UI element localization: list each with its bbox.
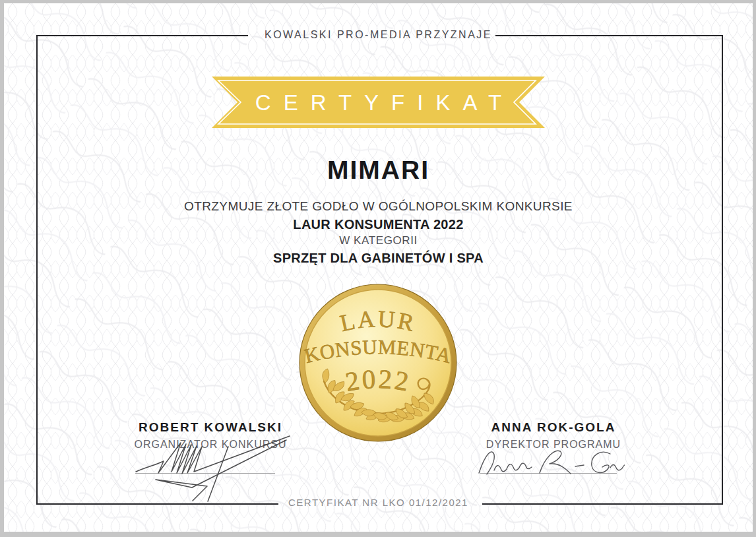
issuer-line: KOWALSKI PRO-MEDIA PRZYZNAJE [4, 29, 753, 41]
certificate-screenshot: KOWALSKI PRO-MEDIA PRZYZNAJE CERTYFIKAT … [0, 0, 756, 537]
signature-scribble-right [476, 444, 625, 491]
signer-name-right: ANNA ROK-GOLA [445, 420, 662, 435]
frame-left [36, 35, 38, 505]
frame-right [722, 35, 723, 505]
award-name: LAUR KONSUMENTA 2022 [4, 217, 753, 232]
certificate-page: KOWALSKI PRO-MEDIA PRZYZNAJE CERTYFIKAT … [4, 3, 753, 532]
recipient-name: MIMARI [4, 156, 753, 185]
gold-medal: LAUR KONSUMENTA 2022 [299, 282, 457, 447]
certificate-number: CERTYFIKAT NR LKO 01/12/2021 [4, 497, 753, 508]
statement-line2: W KATEGORII [4, 234, 753, 247]
signature-scribble-left [129, 424, 299, 505]
ribbon-banner: CERTYFIKAT [212, 77, 545, 128]
certificate-title: CERTYFIKAT [212, 77, 545, 128]
statement-line1: OTRZYMUJE ZŁOTE GODŁO W OGÓLNOPOLSKIM KO… [4, 199, 753, 214]
award-category: SPRZĘT DLA GABINETÓW I SPA [4, 251, 753, 266]
